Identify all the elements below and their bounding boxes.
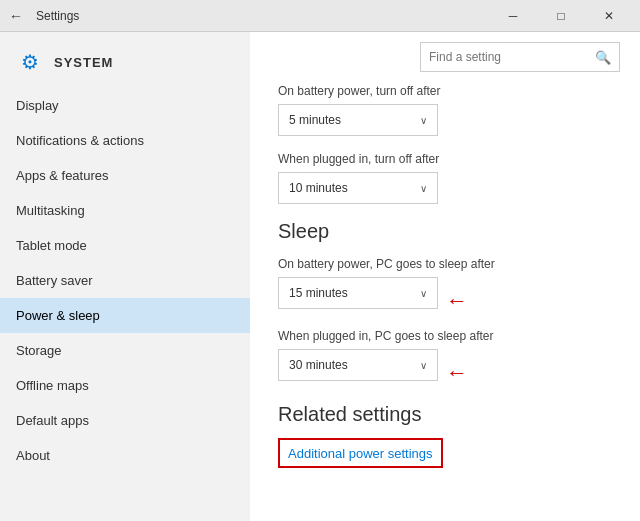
close-button[interactable]: ✕ <box>586 0 632 32</box>
plugged-screen-dropdown[interactable]: 10 minutes ∨ <box>278 172 438 204</box>
search-input[interactable] <box>429 50 595 64</box>
titlebar-left: ← Settings <box>4 4 79 28</box>
sidebar: ⚙ SYSTEM Display Notifications & actions… <box>0 32 250 521</box>
titlebar: ← Settings ─ □ ✕ <box>0 0 640 32</box>
sidebar-item-apps[interactable]: Apps & features <box>0 158 250 193</box>
screen-section: On battery power, turn off after 5 minut… <box>278 84 612 204</box>
titlebar-controls: ─ □ ✕ <box>490 0 632 32</box>
back-button[interactable]: ← <box>4 4 28 28</box>
maximize-button[interactable]: □ <box>538 0 584 32</box>
sidebar-item-storage[interactable]: Storage <box>0 333 250 368</box>
battery-screen-dropdown-arrow: ∨ <box>420 115 427 126</box>
sleep-battery-dropdown-arrow: ∨ <box>420 288 427 299</box>
battery-screen-label: On battery power, turn off after <box>278 84 612 98</box>
sleep-section: Sleep On battery power, PC goes to sleep… <box>278 220 612 397</box>
sleep-plugged-label: When plugged in, PC goes to sleep after <box>278 329 612 343</box>
related-settings-title: Related settings <box>278 403 612 426</box>
sidebar-item-power[interactable]: Power & sleep <box>0 298 250 333</box>
annotation-arrow-2: ← <box>446 360 468 386</box>
related-settings-section: Related settings Additional power settin… <box>278 403 612 468</box>
sidebar-item-notifications[interactable]: Notifications & actions <box>0 123 250 158</box>
sleep-plugged-dropdown-arrow: ∨ <box>420 360 427 371</box>
system-icon: ⚙ <box>16 48 44 76</box>
sleep-battery-label: On battery power, PC goes to sleep after <box>278 257 612 271</box>
sidebar-title: SYSTEM <box>54 55 113 70</box>
sidebar-item-tablet[interactable]: Tablet mode <box>0 228 250 263</box>
sidebar-item-display[interactable]: Display <box>0 88 250 123</box>
sidebar-header: ⚙ SYSTEM <box>0 32 250 88</box>
sleep-battery-row: 15 minutes ∨ ← <box>278 277 612 325</box>
content-area: 🔍 On battery power, turn off after 5 min… <box>250 32 640 521</box>
sleep-plugged-row: 30 minutes ∨ ← <box>278 349 612 397</box>
content-body: On battery power, turn off after 5 minut… <box>250 80 640 521</box>
battery-screen-dropdown[interactable]: 5 minutes ∨ <box>278 104 438 136</box>
main-layout: ⚙ SYSTEM Display Notifications & actions… <box>0 32 640 521</box>
sleep-battery-dropdown[interactable]: 15 minutes ∨ <box>278 277 438 309</box>
sidebar-item-multitasking[interactable]: Multitasking <box>0 193 250 228</box>
sleep-title: Sleep <box>278 220 612 243</box>
sidebar-item-default[interactable]: Default apps <box>0 403 250 438</box>
search-box[interactable]: 🔍 <box>420 42 620 72</box>
annotation-arrow-1: ← <box>446 288 468 314</box>
additional-power-link[interactable]: Additional power settings <box>288 446 433 461</box>
plugged-screen-dropdown-arrow: ∨ <box>420 183 427 194</box>
plugged-screen-label: When plugged in, turn off after <box>278 152 612 166</box>
sidebar-item-battery[interactable]: Battery saver <box>0 263 250 298</box>
sleep-plugged-dropdown[interactable]: 30 minutes ∨ <box>278 349 438 381</box>
minimize-button[interactable]: ─ <box>490 0 536 32</box>
content-header: 🔍 <box>250 32 640 80</box>
additional-power-link-box: Additional power settings <box>278 438 443 468</box>
titlebar-title: Settings <box>36 9 79 23</box>
search-icon: 🔍 <box>595 50 611 65</box>
sidebar-item-about[interactable]: About <box>0 438 250 473</box>
sidebar-item-offline[interactable]: Offline maps <box>0 368 250 403</box>
